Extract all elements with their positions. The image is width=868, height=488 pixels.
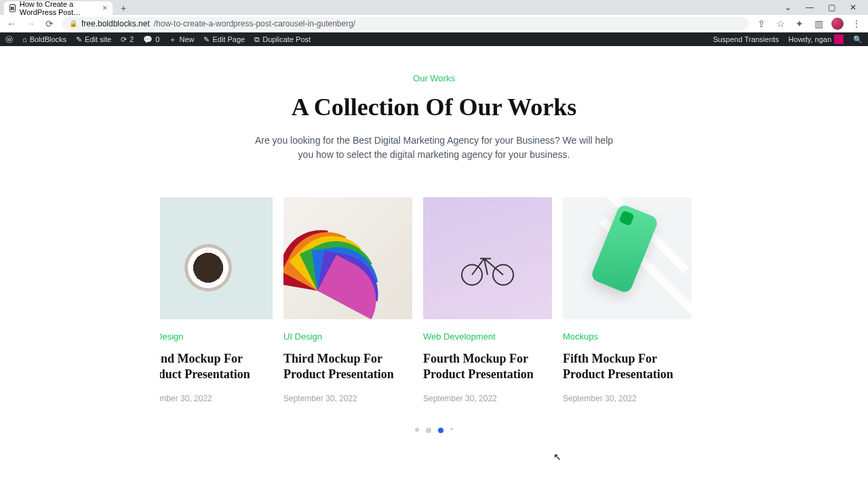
updates-icon: ⟳ bbox=[121, 35, 127, 44]
back-icon[interactable]: ← bbox=[5, 18, 18, 29]
pagination-dot-active[interactable] bbox=[438, 428, 443, 433]
wp-site-link[interactable]: ⌂ BoldBlocks bbox=[22, 35, 66, 43]
mouse-cursor-icon: ↖ bbox=[553, 451, 561, 462]
bookmark-icon[interactable]: ☆ bbox=[774, 18, 787, 29]
plus-icon: ＋ bbox=[169, 35, 176, 45]
address-bar: ← → ⟳ 🔒 free.boldblocks.net/how-to-creat… bbox=[0, 15, 868, 33]
card-thumbnail bbox=[563, 197, 692, 319]
card-category: pp Design bbox=[160, 331, 273, 342]
browser-tab[interactable]: B How to Create a WordPress Post… × bbox=[4, 1, 113, 15]
carousel-card[interactable]: Mockups Fifth Mockup For Product Present… bbox=[563, 197, 692, 403]
url-field[interactable]: 🔒 free.boldblocks.net/how-to-create-a-wo… bbox=[62, 17, 749, 30]
favicon-icon: B bbox=[9, 4, 16, 12]
minimize-icon[interactable]: — bbox=[799, 0, 821, 15]
pencil-icon: ✎ bbox=[76, 35, 82, 44]
wp-admin-bar: ⓦ ⌂ BoldBlocks ✎ Edit site ⟳ 2 💬 0 ＋ New… bbox=[0, 33, 868, 46]
card-thumbnail bbox=[423, 197, 552, 319]
card-date: September 30, 2022 bbox=[283, 394, 412, 403]
share-icon[interactable]: ⇪ bbox=[755, 18, 768, 29]
url-path: /how-to-create-a-wordpress-post-carousel… bbox=[154, 19, 355, 28]
user-avatar bbox=[834, 35, 844, 44]
carousel-card[interactable]: Web Development Fourth Mockup For Produc… bbox=[423, 197, 552, 403]
card-date: September 30, 2022 bbox=[423, 394, 552, 403]
card-title: econd Mockup For 'roduct Presentation bbox=[160, 351, 273, 382]
card-thumbnail bbox=[160, 197, 273, 319]
wp-updates[interactable]: ⟳ 2 bbox=[121, 35, 134, 44]
carousel: pp Design econd Mockup For 'roduct Prese… bbox=[160, 197, 708, 403]
kebab-menu-icon[interactable]: ⋮ bbox=[850, 18, 863, 29]
window-controls: ⌄ — ▢ ✕ bbox=[777, 0, 864, 15]
carousel-card[interactable]: UI Design Third Mockup For Product Prese… bbox=[283, 197, 412, 403]
forward-icon[interactable]: → bbox=[24, 18, 37, 29]
close-tab-icon[interactable]: × bbox=[102, 3, 107, 13]
wp-howdy[interactable]: Howdy, ngan bbox=[789, 35, 844, 44]
new-tab-button[interactable]: + bbox=[117, 1, 130, 15]
card-date: eptember 30, 2022 bbox=[160, 394, 273, 403]
wp-edit-page[interactable]: ✎ Edit Page bbox=[203, 35, 245, 44]
card-date: September 30, 2022 bbox=[563, 394, 692, 403]
wp-edit-site[interactable]: ✎ Edit site bbox=[76, 35, 111, 44]
card-category: UI Design bbox=[283, 331, 412, 342]
extensions-icon[interactable]: ✦ bbox=[793, 18, 806, 29]
page-content: Our Works A Collection Of Our Works Are … bbox=[0, 46, 868, 433]
section-subtitle: Are you looking for the Best Digital Mar… bbox=[251, 134, 617, 162]
carousel-track[interactable]: pp Design econd Mockup For 'roduct Prese… bbox=[160, 197, 692, 403]
wp-suspend-transients[interactable]: Suspend Transients bbox=[713, 35, 778, 43]
card-category: Web Development bbox=[423, 331, 552, 342]
bicycle-icon bbox=[457, 249, 518, 287]
wp-logo-icon[interactable]: ⓦ bbox=[5, 35, 13, 45]
wp-duplicate[interactable]: ⧉ Duplicate Post bbox=[254, 35, 311, 44]
close-window-icon[interactable]: ✕ bbox=[842, 0, 864, 15]
card-thumbnail bbox=[283, 197, 412, 319]
lock-icon: 🔒 bbox=[69, 20, 77, 27]
section-eyebrow: Our Works bbox=[0, 73, 868, 83]
home-icon: ⌂ bbox=[22, 35, 27, 43]
wp-new[interactable]: ＋ New bbox=[169, 35, 194, 45]
duplicate-icon: ⧉ bbox=[254, 35, 260, 44]
card-title: Fourth Mockup For Product Presentation bbox=[423, 351, 552, 382]
tab-strip: B How to Create a WordPress Post… × + ⌄ … bbox=[0, 0, 868, 15]
url-domain: free.boldblocks.net bbox=[81, 19, 150, 28]
tab-title: How to Create a WordPress Post… bbox=[20, 0, 98, 16]
section-headline: A Collection Of Our Works bbox=[0, 93, 868, 121]
browser-chrome: B How to Create a WordPress Post… × + ⌄ … bbox=[0, 0, 868, 33]
pagination-dot[interactable] bbox=[415, 428, 419, 432]
profile-avatar[interactable] bbox=[831, 18, 844, 30]
card-title: Fifth Mockup For Product Presentation bbox=[563, 351, 692, 382]
carousel-pagination bbox=[0, 428, 868, 433]
card-title: Third Mockup For Product Presentation bbox=[283, 351, 412, 382]
wp-search-icon[interactable]: 🔍 bbox=[853, 35, 863, 44]
maximize-icon[interactable]: ▢ bbox=[821, 0, 842, 15]
wp-comments[interactable]: 💬 0 bbox=[143, 35, 159, 44]
carousel-card[interactable]: pp Design econd Mockup For 'roduct Prese… bbox=[160, 197, 273, 403]
card-category: Mockups bbox=[563, 331, 692, 342]
comment-icon: 💬 bbox=[143, 35, 153, 44]
chevron-down-icon[interactable]: ⌄ bbox=[777, 0, 799, 15]
sidepanel-icon[interactable]: ▥ bbox=[812, 18, 825, 29]
toolbar-right: ⇪ ☆ ✦ ▥ ⋮ bbox=[755, 18, 863, 30]
reload-icon[interactable]: ⟳ bbox=[43, 18, 56, 29]
pencil-icon: ✎ bbox=[203, 35, 210, 44]
pagination-dot[interactable] bbox=[426, 428, 431, 433]
pagination-dot[interactable] bbox=[450, 428, 453, 430]
